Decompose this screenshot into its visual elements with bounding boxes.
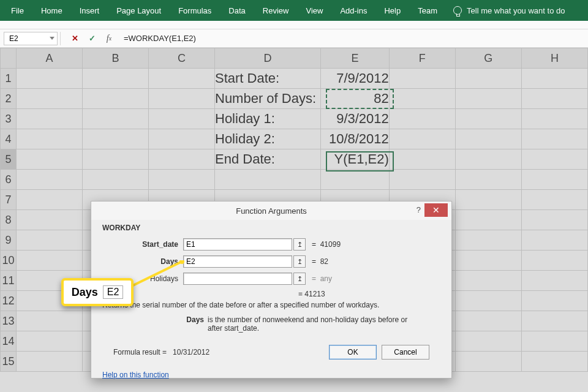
arg-input-days[interactable] — [183, 255, 292, 268]
range-picker-icon[interactable]: ↥ — [293, 255, 306, 268]
select-all-corner[interactable] — [1, 48, 17, 69]
arg-input-start-date[interactable] — [183, 238, 292, 251]
formula-bar: E2 ✕ ✓ fx =WORKDAY(E1,E2) — [0, 29, 588, 48]
tell-me-search[interactable]: Tell me what you want to do — [446, 6, 572, 15]
dialog-function-name: WORKDAY — [102, 224, 440, 232]
col-header-E[interactable]: E — [321, 48, 390, 69]
menu-review[interactable]: Review — [254, 0, 298, 21]
menu-pagelayout[interactable]: Page Layout — [108, 0, 170, 21]
close-icon[interactable]: ✕ — [424, 203, 448, 217]
arg-result-days: = 82 — [312, 257, 328, 266]
row-header-14[interactable]: 14 — [1, 331, 17, 352]
row-header-12[interactable]: 12 — [1, 291, 17, 311]
dialog-help-button[interactable]: ? — [417, 205, 421, 214]
cell-E5[interactable]: Y(E1,E2) — [321, 149, 390, 170]
function-description: Returns the serial number of the date be… — [102, 301, 440, 309]
separator — [60, 32, 64, 45]
arg-result-start-date: = 41099 — [312, 240, 341, 249]
enter-formula-button[interactable]: ✓ — [83, 32, 100, 45]
arg-label-days: Days — [102, 257, 183, 266]
formula-result: Formula result = 10/31/2012 — [113, 348, 209, 356]
menu-formulas[interactable]: Formulas — [170, 0, 220, 21]
menu-data[interactable]: Data — [220, 0, 254, 21]
menu-help[interactable]: Help — [375, 0, 409, 21]
annotation-callout: Days E2 — [61, 278, 134, 306]
cell-E1[interactable]: 7/9/2012 — [321, 69, 390, 89]
function-arguments-dialog: Function Arguments ? ✕ WORKDAY Start_dat… — [91, 201, 452, 379]
callout-label: Days — [72, 286, 98, 299]
row-header-2[interactable]: 2 — [1, 89, 17, 109]
cell-D2[interactable]: Number of Days: — [215, 89, 321, 109]
row-header-13[interactable]: 13 — [1, 311, 17, 331]
chevron-down-icon[interactable] — [50, 37, 55, 40]
range-picker-icon[interactable]: ↥ — [293, 238, 306, 251]
arg-desc-text: is the number of nonweekend and non-holi… — [208, 315, 416, 333]
menu-team[interactable]: Team — [409, 0, 446, 21]
ok-button[interactable]: OK — [329, 345, 377, 360]
menu-addins[interactable]: Add-ins — [331, 0, 375, 21]
name-box-value: E2 — [9, 34, 18, 43]
menu-view[interactable]: View — [297, 0, 331, 21]
arg-input-holidays[interactable] — [183, 273, 292, 285]
cell-D1[interactable]: Start Date: — [215, 69, 321, 89]
cell-D4[interactable]: Holiday 2: — [215, 129, 321, 149]
menu-insert[interactable]: Insert — [71, 0, 108, 21]
dialog-title: Function Arguments — [236, 206, 307, 216]
row-header-11[interactable]: 11 — [1, 271, 17, 291]
cell-E2[interactable]: 82 — [321, 89, 390, 109]
range-picker-icon[interactable]: ↥ — [293, 273, 306, 285]
callout-value: E2 — [103, 285, 124, 299]
lightbulb-icon — [453, 6, 462, 15]
calc-result: = 41213 — [298, 290, 440, 298]
arg-label-start-date: Start_date — [102, 240, 183, 249]
col-header-D[interactable]: D — [215, 48, 321, 69]
cancel-formula-button[interactable]: ✕ — [66, 32, 83, 45]
cell-D5[interactable]: End Date: — [215, 149, 321, 170]
col-header-A[interactable]: A — [16, 48, 82, 69]
row-header-3[interactable]: 3 — [1, 109, 17, 129]
row-header-15[interactable]: 15 — [1, 352, 17, 372]
col-header-B[interactable]: B — [82, 48, 148, 69]
col-header-H[interactable]: H — [521, 48, 587, 69]
menu-home[interactable]: Home — [32, 0, 71, 21]
row-header-8[interactable]: 8 — [1, 210, 17, 230]
row-header-5[interactable]: 5 — [1, 149, 17, 170]
cancel-button[interactable]: Cancel — [382, 345, 429, 360]
row-header-4[interactable]: 4 — [1, 129, 17, 149]
help-on-function-link[interactable]: Help on this function — [102, 371, 440, 379]
menu-file[interactable]: File — [2, 0, 32, 21]
arg-result-holidays: = any — [312, 274, 332, 283]
col-header-G[interactable]: G — [455, 48, 521, 69]
row-header-6[interactable]: 6 — [1, 170, 17, 190]
tell-me-label: Tell me what you want to do — [467, 6, 565, 15]
cell-E4[interactable]: 10/8/2012 — [321, 129, 390, 149]
row-header-10[interactable]: 10 — [1, 251, 17, 271]
arg-desc-label: Days — [182, 315, 208, 333]
ribbon-spacer — [0, 21, 588, 29]
ribbon-menubar: File Home Insert Page Layout Formulas Da… — [0, 0, 588, 21]
formula-input[interactable]: =WORKDAY(E1,E2) — [124, 34, 196, 43]
col-header-F[interactable]: F — [389, 48, 455, 69]
dialog-titlebar[interactable]: Function Arguments ? ✕ — [91, 202, 451, 220]
cell-E3[interactable]: 9/3/2012 — [321, 109, 390, 129]
name-box[interactable]: E2 — [4, 32, 58, 45]
col-header-C[interactable]: C — [148, 48, 214, 69]
row-header-9[interactable]: 9 — [1, 230, 17, 251]
row-header-7[interactable]: 7 — [1, 190, 17, 210]
cell-D3[interactable]: Holiday 1: — [215, 109, 321, 129]
row-header-1[interactable]: 1 — [1, 69, 17, 89]
insert-function-button[interactable]: fx — [100, 32, 118, 45]
